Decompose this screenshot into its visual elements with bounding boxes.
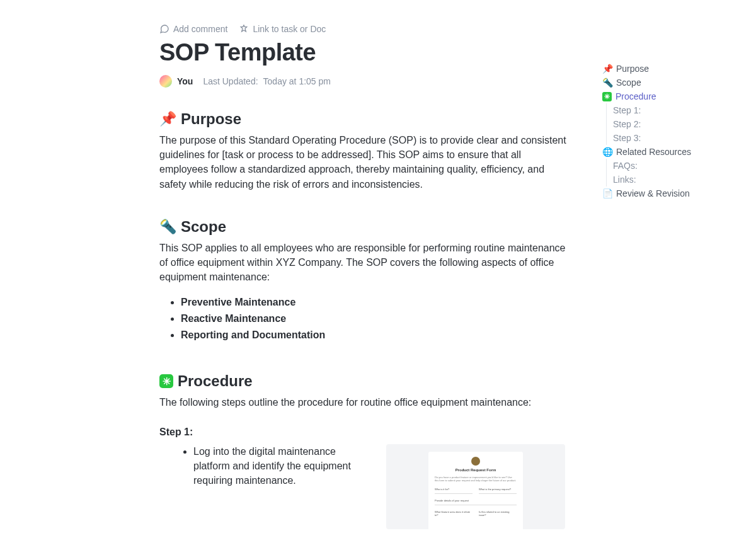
outline-faqs[interactable]: FAQs: (613, 159, 728, 173)
flashlight-icon: 🔦 (159, 220, 176, 234)
avatar (159, 75, 172, 88)
outline-label: Review & Revision (616, 188, 690, 198)
outline-step2[interactable]: Step 2: (613, 117, 728, 131)
scope-body: This SOP applies to all employees who ar… (159, 241, 572, 285)
meta-row: You Last Updated: Today at 1:05 pm (159, 75, 572, 88)
form-field-label: Who is it for? (435, 488, 472, 491)
scope-bullets: Preventive Maintenance Reactive Maintena… (159, 297, 572, 341)
list-item: Reporting and Documentation (181, 329, 572, 341)
outline-scope[interactable]: 🔦 Scope (602, 76, 728, 89)
form-field-label: What feature area does it relate to? (435, 510, 472, 517)
updated-value: Today at 1:05 pm (263, 76, 331, 86)
form-thumbnail[interactable]: Product Request Form Do you have a produ… (386, 444, 565, 529)
outline-related-subs: FAQs: Links: (606, 159, 728, 186)
outline-label: Links: (613, 175, 636, 185)
document-main: Add comment Link to task or Doc SOP Temp… (159, 24, 572, 529)
outline-label: Step 2: (613, 119, 641, 129)
form-field-label: Is this related to an existing issue? (479, 510, 517, 517)
section-heading-procedure: ✳ Procedure (159, 372, 572, 390)
scope-heading-text: Scope (181, 218, 226, 236)
asterisk-icon: ✳ (159, 374, 173, 388)
updated-label: Last Updated: (203, 76, 258, 86)
step1-row: Log into the digital maintenance platfor… (159, 444, 572, 529)
globe-icon: 🌐 (602, 147, 612, 157)
outline-review[interactable]: 📄 Review & Revision (602, 186, 728, 200)
list-item: Preventive Maintenance (181, 297, 572, 308)
form-field-label: Provide details of your request (435, 499, 517, 502)
pushpin-icon: 📌 (159, 112, 176, 126)
link-icon (239, 24, 249, 34)
purpose-body: The purpose of this Standard Operating P… (159, 133, 572, 192)
page-title: SOP Template (159, 39, 572, 66)
link-task-button[interactable]: Link to task or Doc (239, 24, 326, 34)
outline-step1[interactable]: Step 1: (613, 103, 728, 117)
section-heading-scope: 🔦 Scope (159, 218, 572, 236)
form-desc: Do you have a product feature or improve… (435, 476, 517, 483)
outline-purpose[interactable]: 📌 Purpose (602, 62, 728, 76)
outline-sidebar: 📌 Purpose 🔦 Scope ✳ Procedure Step 1: St… (602, 62, 728, 200)
outline-label: Related Resources (616, 147, 691, 157)
outline-step3[interactable]: Step 3: (613, 131, 728, 145)
step1-heading: Step 1: (159, 427, 572, 438)
list-item: Reactive Maintenance (181, 313, 572, 324)
pushpin-icon: 📌 (602, 64, 612, 74)
procedure-heading-text: Procedure (178, 372, 253, 390)
procedure-intro: The following steps outline the procedur… (159, 395, 572, 410)
outline-related[interactable]: 🌐 Related Resources (602, 145, 728, 159)
outline-label: Scope (616, 77, 641, 88)
step1-body: Log into the digital maintenance platfor… (193, 444, 367, 488)
outline-label: Step 3: (613, 133, 641, 143)
purpose-heading-text: Purpose (181, 110, 241, 128)
form-field-label: What is the primary request? (479, 488, 517, 491)
outline-links[interactable]: Links: (613, 173, 728, 186)
doc-toolbar: Add comment Link to task or Doc (159, 24, 572, 34)
outline-label: Purpose (616, 64, 649, 74)
asterisk-icon: ✳ (602, 92, 612, 101)
form-title: Product Request Form (435, 468, 517, 472)
author-name: You (177, 76, 193, 86)
form-avatar-icon (471, 457, 480, 466)
flashlight-icon: 🔦 (602, 77, 612, 88)
outline-procedure[interactable]: ✳ Procedure (602, 89, 728, 103)
outline-label: FAQs: (613, 161, 638, 171)
outline-procedure-subs: Step 1: Step 2: Step 3: (606, 103, 728, 145)
add-comment-button[interactable]: Add comment (159, 24, 227, 34)
add-comment-label: Add comment (173, 24, 227, 34)
comment-icon (159, 24, 169, 34)
outline-label: Procedure (616, 91, 656, 101)
step1-list: Log into the digital maintenance platfor… (159, 444, 367, 488)
form-preview: Product Request Form Do you have a produ… (428, 452, 523, 536)
outline-label: Step 1: (613, 105, 641, 115)
page-icon: 📄 (602, 188, 612, 198)
link-task-label: Link to task or Doc (253, 24, 326, 34)
section-heading-purpose: 📌 Purpose (159, 110, 572, 128)
